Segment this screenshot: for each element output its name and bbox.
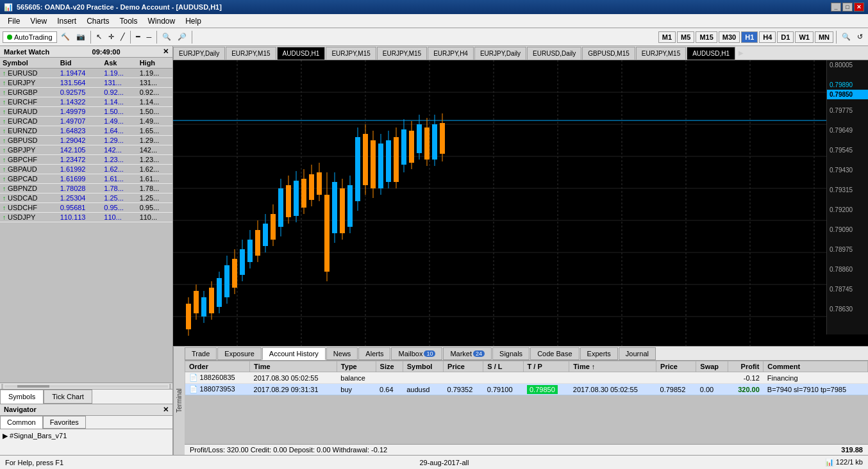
symbol-row: ↑ USDCHF 0.95681 0.95... 0.95...: [0, 203, 172, 213]
col-symbol: Symbol: [403, 361, 443, 372]
symbol-name[interactable]: ↑ EURAUD: [0, 107, 58, 117]
chart-area[interactable]: ▼ AUDUSD,H1 0.79808 0.79808 0.79594 0.79…: [173, 60, 868, 346]
tab-alerts[interactable]: Alerts: [358, 347, 390, 360]
tf-w1[interactable]: W1: [795, 31, 814, 43]
tab-favorites[interactable]: Favorites: [43, 416, 86, 429]
symbol-name[interactable]: ↑ USDJPY: [0, 213, 58, 222]
tab-common[interactable]: Common: [0, 416, 43, 429]
symbol-name[interactable]: ↑ EURNZD: [0, 126, 58, 136]
market-watch-scrollbar[interactable]: [0, 383, 172, 389]
navigator-item[interactable]: ▶ #Signal_Bars_v71: [3, 432, 67, 440]
chart-tab-1[interactable]: EURJPY,M15: [226, 47, 276, 60]
ask-price: 142...: [101, 145, 137, 155]
col-high: High: [137, 58, 172, 69]
chart-tab-2[interactable]: AUDUSD,H1: [277, 47, 326, 60]
symbol-name[interactable]: ↑ USDCAD: [0, 193, 58, 203]
tab-exposure[interactable]: Exposure: [217, 347, 261, 360]
zoom-out-icon[interactable]: 🔎: [175, 31, 189, 42]
arrow-icon: ↑: [3, 79, 6, 86]
chart-tab-9[interactable]: EURJPY,M15: [636, 47, 686, 60]
symbol-name[interactable]: ↑ USDCHF: [0, 203, 58, 213]
sep1: [90, 31, 91, 44]
chart-tab-8[interactable]: GBPUSD,M15: [582, 47, 635, 60]
chart-tab-7[interactable]: EURUSD,Daily: [527, 47, 581, 60]
symbol-name[interactable]: ↑ EURGBP: [0, 88, 58, 97]
navigator-close[interactable]: ✕: [163, 406, 169, 414]
order-1: 📄 188260835: [185, 372, 250, 384]
maximize-button[interactable]: □: [842, 3, 853, 12]
menu-tools[interactable]: Tools: [115, 15, 143, 27]
auto-trading-button[interactable]: AutoTrading: [3, 31, 57, 43]
menu-charts[interactable]: Charts: [81, 15, 114, 27]
tf-h1[interactable]: H1: [741, 31, 758, 43]
tf-mn[interactable]: MN: [815, 31, 833, 43]
menu-view[interactable]: View: [25, 15, 52, 27]
tab-account-history[interactable]: Account History: [262, 347, 326, 360]
col-bid: Bid: [58, 58, 102, 69]
tf-m1[interactable]: M1: [658, 31, 676, 43]
chart-tab-4[interactable]: EURJPY,M15: [377, 47, 427, 60]
crosshair-icon[interactable]: ✛: [106, 31, 117, 42]
tab-experts[interactable]: Experts: [580, 347, 618, 360]
tab-signals[interactable]: Signals: [492, 347, 530, 360]
chart-tab-0[interactable]: EURJPY,Daily: [173, 47, 225, 60]
tab-mailbox[interactable]: Mailbox10: [391, 347, 442, 360]
chart-tab-5[interactable]: EURJPY,H4: [428, 47, 474, 60]
symbol-name[interactable]: ↑ GBPUSD: [0, 136, 58, 145]
tab-journal[interactable]: Journal: [619, 347, 656, 360]
high-price: 1.62...: [137, 165, 172, 174]
minimize-button[interactable]: _: [831, 3, 841, 12]
tab-code-base[interactable]: Code Base: [530, 347, 579, 360]
symbol-name[interactable]: ↑ EURUSD: [0, 69, 58, 78]
toolbar-icon-1[interactable]: 🔨: [58, 31, 72, 42]
chart-tab-scroll[interactable]: ▶: [736, 48, 746, 58]
symbol-name[interactable]: ↑ GBPNZD: [0, 184, 58, 193]
price-1: [444, 372, 483, 384]
menu-help[interactable]: Help: [180, 15, 206, 27]
menu-insert[interactable]: Insert: [52, 15, 81, 27]
chart-tab-6[interactable]: EURJPY,Daily: [474, 47, 526, 60]
search-icon[interactable]: 🔍: [839, 31, 853, 42]
symbol-name[interactable]: ↑ EURJPY: [0, 78, 58, 88]
cursor-icon[interactable]: ↖: [94, 31, 104, 42]
market-watch-close[interactable]: ✕: [163, 47, 169, 56]
order-2: 📄 188073953: [185, 384, 250, 395]
tf-h4[interactable]: H4: [759, 31, 776, 43]
symbol-name[interactable]: ↑ EURCHF: [0, 97, 58, 107]
symbol-name[interactable]: ↑ GBPAUD: [0, 165, 58, 174]
swap-2: 0.00: [696, 384, 728, 395]
chart-icon: 📊: [825, 458, 834, 466]
tab-tick-chart[interactable]: Tick Chart: [44, 390, 92, 404]
tab-trade[interactable]: Trade: [185, 347, 217, 360]
high-price: 1.25...: [137, 193, 172, 203]
symbol-name[interactable]: ↑ GBPJPY: [0, 145, 58, 155]
symbol-name[interactable]: ↑ GBPCHF: [0, 155, 58, 165]
refresh-icon[interactable]: ↺: [855, 31, 865, 42]
menu-file[interactable]: File: [3, 15, 25, 27]
hline-icon[interactable]: ─: [144, 32, 154, 42]
chart-tab-3[interactable]: EURJPY,M15: [326, 47, 376, 60]
tab-news[interactable]: News: [326, 347, 358, 360]
tab-symbols[interactable]: Symbols: [0, 390, 44, 404]
zoom-in-icon[interactable]: 🔍: [160, 31, 174, 42]
symbol-name[interactable]: ↑ GBPCAD: [0, 174, 58, 184]
status-memory: 📊 122/1 kb: [825, 458, 863, 466]
arrow-icon: ↑: [3, 176, 6, 183]
time-2: 2017.08.29 09:31:31: [250, 384, 337, 395]
tab-market[interactable]: Market24: [443, 347, 492, 360]
title-bar-controls: _ □ ✕: [831, 3, 864, 12]
bid-price: 1.25304: [58, 193, 102, 203]
line-icon[interactable]: ╱: [118, 31, 128, 42]
close-button[interactable]: ✕: [854, 3, 864, 12]
tf-m5[interactable]: M5: [677, 31, 694, 43]
toolbar-icon-2[interactable]: 📷: [74, 31, 88, 42]
draw-icon[interactable]: ━: [133, 31, 143, 42]
tf-d1[interactable]: D1: [777, 31, 794, 43]
menu-window[interactable]: Window: [143, 15, 181, 27]
navigator-section: Navigator ✕ Common Favorites ▶ #Signal_B…: [0, 404, 172, 455]
tf-m15[interactable]: M15: [696, 31, 717, 43]
chart-tab-10[interactable]: AUDUSD,H1: [687, 47, 735, 60]
symbol-name[interactable]: ↑ EURCAD: [0, 117, 58, 126]
tf-m30[interactable]: M30: [719, 31, 740, 43]
terminal-label: Terminal: [173, 347, 185, 455]
